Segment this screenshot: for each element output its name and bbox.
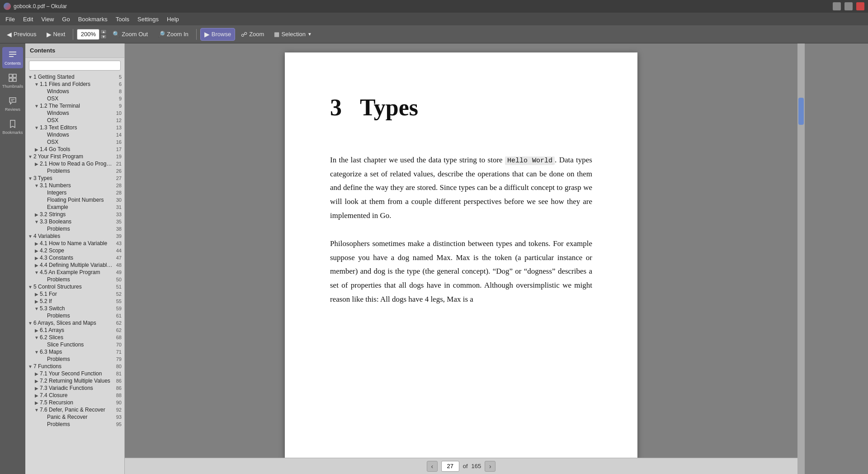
toc-tree[interactable]: ▼ 1 Getting Started 5 ▼ 1.1 Files and Fo… (25, 73, 124, 474)
toc-item[interactable]: Panic & Recover 93 (25, 413, 124, 421)
toc-arrow[interactable]: ▼ (33, 408, 40, 412)
toc-item[interactable]: ▼ 4 Variables 39 (25, 232, 124, 240)
menu-settings[interactable]: Settings (134, 14, 162, 24)
toc-item[interactable]: Problems 38 (25, 225, 124, 232)
toc-item[interactable]: Problems 95 (25, 421, 124, 428)
toc-item[interactable]: ▼ 4.5 An Example Program 49 (25, 269, 124, 276)
sidebar-item-reviews[interactable]: Reviews (2, 93, 23, 114)
toc-item[interactable]: OSX 9 (25, 95, 124, 102)
menu-file[interactable]: File (2, 14, 19, 24)
maximize-button[interactable] (844, 2, 853, 10)
toc-item[interactable]: Windows 10 (25, 109, 124, 117)
toc-item[interactable]: ▶ 7.5 Recursion 90 (25, 399, 124, 406)
toc-item[interactable]: ▶ 7.1 Your Second Function 81 (25, 370, 124, 377)
page-prev-button[interactable]: ‹ (427, 461, 438, 472)
sidebar-item-contents[interactable]: Contents (2, 47, 23, 68)
toc-item[interactable]: ▶ 2.1 How to Read a Go Program 21 (25, 160, 124, 167)
sidebar-item-thumbnails[interactable]: Thumbnails (2, 70, 23, 91)
toc-item[interactable]: ▼ 6 Arrays, Slices and Maps 62 (25, 319, 124, 327)
toc-arrow[interactable]: ▼ (27, 154, 33, 159)
doc-scroll-area[interactable]: 3 Types In the last chapter we used the … (125, 43, 797, 474)
toc-arrow[interactable]: ▼ (27, 234, 33, 239)
close-button[interactable] (856, 2, 864, 10)
toc-item[interactable]: ▶ 4.3 Constants 47 (25, 254, 124, 261)
toc-item[interactable]: ▶ 5.1 For 52 (25, 290, 124, 298)
toc-item[interactable]: ▶ 7.3 Variadic Functions 86 (25, 384, 124, 392)
toc-item[interactable]: ▼ 1.2 The Terminal 9 (25, 102, 124, 109)
toc-arrow[interactable]: ▼ (33, 104, 40, 109)
toc-item[interactable]: Integers 28 (25, 189, 124, 196)
browse-button[interactable]: ▶ Browse (200, 28, 235, 41)
toc-item[interactable]: ▼ 7 Functions 80 (25, 363, 124, 370)
toc-arrow[interactable]: ▼ (33, 82, 40, 87)
toc-item[interactable]: Problems 50 (25, 276, 124, 283)
toc-item[interactable]: ▼ 2 Your First Program 19 (25, 153, 124, 160)
toc-arrow[interactable]: ▼ (27, 364, 33, 369)
toc-arrow[interactable]: ▼ (27, 321, 33, 326)
toc-item[interactable]: ▶ 4.4 Defining Multiple Variables 48 (25, 261, 124, 269)
scrollbar-thumb[interactable] (798, 98, 804, 125)
toc-arrow[interactable]: ▼ (33, 125, 40, 130)
zoom-down-arrow[interactable]: ▼ (100, 34, 107, 39)
page-number-input[interactable] (441, 461, 459, 472)
toc-item[interactable]: Problems 79 (25, 356, 124, 363)
toc-item[interactable]: ▼ 5.3 Switch 59 (25, 305, 124, 312)
menu-edit[interactable]: Edit (19, 14, 37, 24)
toc-arrow[interactable]: ▼ (33, 183, 40, 188)
toc-item[interactable]: Example 31 (25, 204, 124, 211)
toc-arrow[interactable]: ▼ (27, 176, 33, 181)
toc-item[interactable]: OSX 16 (25, 138, 124, 146)
toc-arrow[interactable]: ▼ (33, 335, 40, 340)
toc-arrow[interactable]: ▼ (33, 270, 40, 275)
toc-item[interactable]: ▶ 7.4 Closure 88 (25, 392, 124, 399)
minimize-button[interactable] (833, 2, 841, 10)
toc-item[interactable]: ▼ 3.3 Booleans 35 (25, 218, 124, 225)
zoom-tool-button[interactable]: ☍ Zoom (237, 28, 268, 40)
zoom-out-button[interactable]: 🔍 Zoom Out (108, 28, 152, 40)
toc-item[interactable]: Problems 26 (25, 167, 124, 175)
toc-item[interactable]: ▶ 1.4 Go Tools 17 (25, 146, 124, 153)
menu-view[interactable]: View (38, 14, 57, 24)
toc-item[interactable]: Floating Point Numbers 30 (25, 196, 124, 204)
toc-item[interactable]: ▶ 3.2 Strings 33 (25, 211, 124, 218)
toc-arrow[interactable]: ▼ (33, 306, 40, 311)
menu-tools[interactable]: Tools (112, 14, 133, 24)
doc-viewer[interactable]: 3 Types In the last chapter we used the … (125, 43, 797, 474)
toc-arrow[interactable]: ▼ (27, 284, 33, 289)
toc-item[interactable]: ▶ 5.2 If 55 (25, 298, 124, 305)
toc-item[interactable]: ▼ 1 Getting Started 5 (25, 73, 124, 81)
toc-item[interactable]: ▶ 7.2 Returning Multiple Values 86 (25, 377, 124, 384)
toc-item[interactable]: OSX 12 (25, 117, 124, 124)
toc-item[interactable]: ▼ 3.1 Numbers 28 (25, 182, 124, 189)
toc-item[interactable]: Slice Functions 70 (25, 341, 124, 348)
selection-button[interactable]: ▦ Selection ▼ (270, 28, 316, 40)
toc-arrow[interactable]: ▼ (27, 75, 33, 80)
previous-button[interactable]: ◀ Previous (3, 28, 41, 40)
toc-item[interactable]: ▼ 6.3 Maps 71 (25, 348, 124, 356)
next-button[interactable]: ▶ Next (42, 28, 70, 40)
toc-arrow[interactable]: ▶ (33, 161, 40, 166)
toc-item[interactable]: Windows 14 (25, 131, 124, 138)
menu-help[interactable]: Help (163, 14, 183, 24)
toc-item[interactable]: ▶ 6.1 Arrays 62 (25, 327, 124, 334)
toc-search-input[interactable] (29, 61, 121, 71)
toc-arrow[interactable]: ▼ (33, 219, 40, 224)
doc-scrollbar[interactable] (797, 43, 805, 474)
toc-item[interactable]: Windows 8 (25, 88, 124, 95)
toc-arrow[interactable]: ▼ (33, 350, 40, 355)
menu-go[interactable]: Go (58, 14, 73, 24)
toc-item[interactable]: ▼ 7.6 Defer, Panic & Recover 92 (25, 406, 124, 413)
toc-item[interactable]: ▶ 4.2 Scope 44 (25, 247, 124, 254)
toc-item[interactable]: ▼ 5 Control Structures 51 (25, 283, 124, 290)
zoom-in-button[interactable]: 🔎 Zoom In (154, 28, 193, 40)
toc-item[interactable]: ▼ 6.2 Slices 68 (25, 334, 124, 341)
zoom-input[interactable] (77, 29, 99, 40)
toc-item[interactable]: ▼ 1.1 Files and Folders 6 (25, 81, 124, 88)
toc-item[interactable]: ▼ 1.3 Text Editors 13 (25, 124, 124, 131)
zoom-up-arrow[interactable]: ▲ (100, 29, 107, 34)
page-next-button[interactable]: › (485, 461, 495, 472)
menu-bookmarks[interactable]: Bookmarks (75, 14, 111, 24)
toc-item[interactable]: ▶ 4.1 How to Name a Variable 43 (25, 240, 124, 247)
toc-item[interactable]: Problems 61 (25, 312, 124, 319)
sidebar-item-bookmarks[interactable]: Bookmarks (2, 116, 23, 137)
